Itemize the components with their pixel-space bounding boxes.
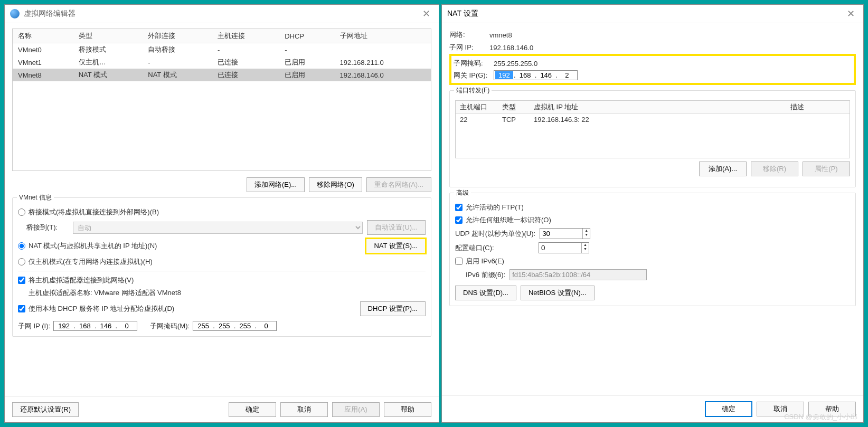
use-dhcp-checkbox[interactable]	[18, 305, 25, 312]
apply-button: 应用(A)	[332, 402, 380, 417]
subnet-ip-value: 192.168.146.0	[489, 44, 533, 52]
use-dhcp-label: 使用本地 DHCP 服务将 IP 地址分配给虚拟机(D)	[29, 304, 174, 314]
cancel-button[interactable]: 取消	[280, 402, 328, 417]
table-row[interactable]: VMnet1仅主机…-已连接已启用192.168.211.0	[13, 56, 431, 69]
subnet-ip-label: 子网 IP:	[449, 43, 489, 52]
app-icon	[10, 9, 20, 18]
subnet-mask-input[interactable]: . . .	[193, 321, 277, 331]
help-button[interactable]: 帮助	[384, 402, 431, 417]
bridge-radio[interactable]	[18, 208, 25, 216]
table-row[interactable]: VMnet0桥接模式自动桥接--	[13, 43, 431, 56]
network-label: 网络:	[449, 30, 489, 40]
pf-add-button[interactable]: 添加(A)...	[699, 162, 747, 176]
connect-host-label: 将主机虚拟适配器连接到此网络(V)	[29, 276, 134, 285]
subnet-mask-value: 255.255.255.0	[494, 60, 537, 68]
subnet-ip-input[interactable]: . . .	[53, 321, 137, 331]
network-list[interactable]: 名称 类型 外部连接 主机连接 DHCP 子网地址 VMnet0桥接模式自动桥接…	[12, 29, 431, 171]
gateway-ip-label: 网关 IP(G):	[454, 71, 494, 80]
udp-timeout-spinner[interactable]: ▲▼	[540, 228, 590, 239]
bridge-to-label: 桥接到(T):	[26, 223, 69, 232]
rename-network-button: 重命名网络(A)...	[366, 177, 431, 192]
col-dhcp[interactable]: DHCP	[279, 29, 334, 43]
config-port-spinner[interactable]: ▲▼	[539, 242, 589, 253]
nat-settings-window: NAT 设置 ✕ 网络: vmnet8 子网 IP: 192.168.146.0…	[441, 4, 864, 423]
advanced-group: 高级 允许活动的 FTP(T) 允许任何组织唯一标识符(O) UDP 超时(以秒…	[449, 193, 856, 306]
nat-radio-label: NAT 模式(与虚拟机共享主机的 IP 地址)(N)	[29, 241, 157, 251]
subnet-mask-label: 子网掩码(M):	[150, 321, 190, 331]
cancel-button[interactable]: 取消	[757, 402, 804, 416]
spinner-up-icon: ▲	[583, 229, 590, 233]
allow-ftp-checkbox[interactable]	[455, 204, 463, 211]
nat-settings-button[interactable]: NAT 设置(S)...	[366, 239, 426, 253]
col-name[interactable]: 名称	[13, 29, 73, 43]
port-forward-table[interactable]: 主机端口 类型 虚拟机 IP 地址 描述 22TCP192.168.146.3:…	[455, 100, 850, 158]
ipv6-prefix-input	[510, 269, 647, 280]
table-row[interactable]: 22TCP192.168.146.3: 22	[456, 114, 850, 126]
spinner-up-icon: ▲	[582, 243, 589, 247]
bridge-to-select: 自动	[73, 222, 363, 234]
remove-network-button[interactable]: 移除网络(O)	[309, 177, 362, 192]
auto-settings-button: 自动设置(U)...	[367, 220, 426, 235]
nat-radio[interactable]	[18, 242, 25, 250]
close-icon[interactable]: ✕	[844, 8, 858, 20]
titlebar: NAT 设置 ✕	[442, 5, 863, 23]
virtual-network-editor-window: 虚拟网络编辑器 ✕ 名称 类型 外部连接 主机连接 DHCP 子网地址 VMne…	[4, 4, 439, 423]
gateway-ip-input[interactable]: . . .	[494, 70, 578, 80]
netbios-settings-button[interactable]: NetBIOS 设置(N)...	[521, 286, 595, 300]
spinner-down-icon: ▼	[583, 233, 590, 237]
highlighted-gateway-block: 子网掩码: 255.255.255.0 网关 IP(G): . . .	[449, 54, 856, 85]
titlebar: 虚拟网络编辑器 ✕	[5, 5, 439, 23]
adapter-name-text: 主机虚拟适配器名称: VMware 网络适配器 VMnet8	[29, 288, 426, 298]
ok-button[interactable]: 确定	[705, 401, 752, 417]
dns-settings-button[interactable]: DNS 设置(D)...	[455, 286, 516, 300]
dhcp-settings-button[interactable]: DHCP 设置(P)...	[360, 301, 426, 316]
ok-button[interactable]: 确定	[229, 402, 276, 417]
window-title: NAT 设置	[447, 9, 844, 18]
col-external[interactable]: 外部连接	[143, 29, 212, 43]
vmnet-info-group: VMnet 信息 桥接模式(将虚拟机直接连接到外部网络)(B) 桥接到(T): …	[12, 197, 431, 337]
connect-host-checkbox[interactable]	[18, 277, 25, 284]
spinner-down-icon: ▼	[582, 247, 589, 251]
hostonly-radio[interactable]	[18, 258, 25, 265]
bridge-radio-label: 桥接模式(将虚拟机直接连接到外部网络)(B)	[29, 207, 159, 217]
pf-remove-button: 移除(R)	[751, 162, 798, 176]
close-icon[interactable]: ✕	[419, 8, 433, 20]
enable-ipv6-checkbox[interactable]	[455, 258, 463, 265]
restore-defaults-button[interactable]: 还原默认设置(R)	[12, 402, 79, 417]
subnet-ip-label: 子网 IP (I):	[18, 321, 50, 331]
hostonly-radio-label: 仅主机模式(在专用网络内连接虚拟机)(H)	[29, 257, 153, 267]
port-forward-group: 端口转发(F) 主机端口 类型 虚拟机 IP 地址 描述 22TCP192.16…	[449, 90, 856, 187]
table-row[interactable]: VMnet8NAT 模式NAT 模式已连接已启用192.168.146.0	[13, 69, 431, 81]
subnet-mask-label: 子网掩码:	[454, 59, 494, 68]
help-button[interactable]: 帮助	[808, 402, 856, 416]
col-host[interactable]: 主机连接	[212, 29, 279, 43]
allow-org-checkbox[interactable]	[455, 216, 463, 224]
col-type[interactable]: 类型	[73, 29, 143, 43]
network-value: vmnet8	[489, 31, 512, 39]
window-title: 虚拟网络编辑器	[24, 9, 419, 18]
add-network-button[interactable]: 添加网络(E)...	[247, 177, 305, 192]
col-subnet[interactable]: 子网地址	[335, 29, 431, 43]
pf-prop-button: 属性(P)	[803, 162, 850, 176]
